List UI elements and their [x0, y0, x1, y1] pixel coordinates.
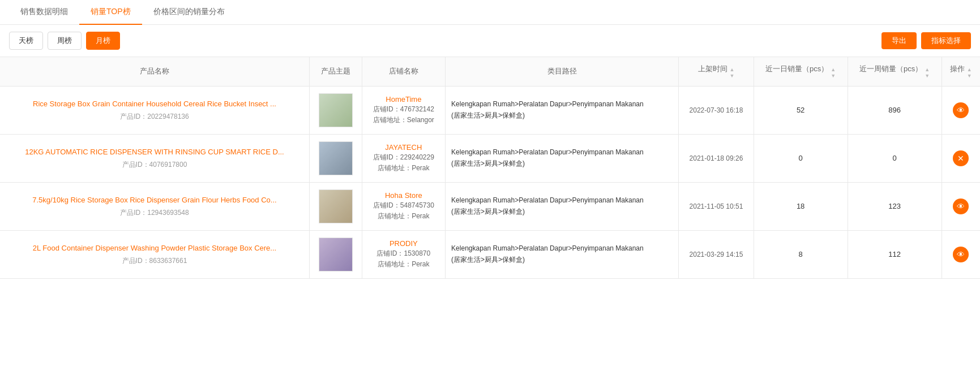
action-cell-3: 👁 [942, 230, 980, 278]
store-addr-3: 店铺地址：Perak [368, 260, 440, 269]
daily-sales-cell-0: 52 [754, 86, 848, 134]
store-cell-0: HomeTime店铺ID：476732142店铺地址：Selangor [362, 86, 446, 134]
category-cell-0: Kelengkapan Rumah>Peralatan Dapur>Penyim… [446, 86, 679, 134]
weekly-sales-cell-3: 112 [848, 230, 942, 278]
th-shelf-time[interactable]: 上架时间▲▼ [679, 57, 754, 87]
store-cell-3: PRODIY店铺ID：1530870店铺地址：Perak [362, 230, 446, 278]
product-image-2 [319, 189, 353, 223]
weekly-sales-cell-1: 0 [848, 134, 942, 182]
header-row: 产品名称产品主题店铺名称类目路径上架时间▲▼近一日销量（pcs）▲▼近一周销量（… [0, 57, 980, 87]
product-image-cell-0 [309, 86, 362, 134]
daily-sales-cell-2: 18 [754, 182, 848, 230]
daily-sales-cell-1: 0 [754, 134, 848, 182]
toolbar: 天榜周榜月榜导出指标选择 [0, 25, 980, 57]
shelf-time-cell-2: 2021-11-05 10:51 [679, 182, 754, 230]
th-store-name: 店铺名称 [362, 57, 446, 87]
store-name-1[interactable]: JAYATECH [368, 143, 440, 152]
period-btn-daily[interactable]: 天榜 [9, 32, 43, 50]
product-name-2[interactable]: 7.5kg/10kg Rice Storage Box Rice Dispens… [6, 195, 303, 206]
store-name-3[interactable]: PRODIY [368, 239, 440, 248]
product-name-0[interactable]: Rice Storage Box Grain Container Househo… [6, 98, 303, 110]
data-table: 产品名称产品主题店铺名称类目路径上架时间▲▼近一日销量（pcs）▲▼近一周销量（… [0, 57, 980, 279]
table-row: Rice Storage Box Grain Container Househo… [0, 86, 980, 134]
product-id-1: 产品ID：4076917800 [6, 160, 303, 170]
store-id-1: 店铺ID：229240229 [368, 153, 440, 162]
product-name-1[interactable]: 12KG AUTOMATIC RICE DISPENSER WITH RINSI… [6, 146, 303, 158]
store-name-0[interactable]: HomeTime [368, 95, 440, 103]
store-cell-1: JAYATECH店铺ID：229240229店铺地址：Perak [362, 134, 446, 182]
table-row: 7.5kg/10kg Rice Storage Box Rice Dispens… [0, 182, 980, 230]
sort-icon-daily-sales[interactable]: ▲▼ [831, 67, 836, 79]
action-cell-0: 👁 [942, 86, 980, 134]
shelf-time-cell-0: 2022-07-30 16:18 [679, 86, 754, 134]
tab-sales-top[interactable]: 销量TOP榜 [79, 0, 142, 25]
export-button[interactable]: 导出 [881, 32, 917, 49]
view-button-3[interactable]: 👁 [953, 247, 969, 262]
product-cell-2: 7.5kg/10kg Rice Storage Box Rice Dispens… [0, 182, 309, 230]
period-btn-weekly[interactable]: 周榜 [48, 32, 82, 50]
store-addr-2: 店铺地址：Perak [368, 212, 440, 221]
view-button-2[interactable]: 👁 [953, 199, 969, 214]
category-text-3: Kelengkapan Rumah>Peralatan Dapur>Penyim… [451, 243, 673, 265]
view-button-0[interactable]: 👁 [953, 102, 969, 118]
th-category-path: 类目路径 [446, 57, 679, 87]
action-cell-1: ✕ [942, 134, 980, 182]
weekly-sales-cell-0: 896 [848, 86, 942, 134]
th-product-theme: 产品主题 [309, 57, 362, 87]
tab-price-distribution[interactable]: 价格区间的销量分布 [142, 0, 236, 25]
action-cell-2: 👁 [942, 182, 980, 230]
category-text-1: Kelengkapan Rumah>Peralatan Dapur>Penyim… [451, 147, 673, 169]
table-header: 产品名称产品主题店铺名称类目路径上架时间▲▼近一日销量（pcs）▲▼近一周销量（… [0, 57, 980, 87]
product-image-1 [319, 141, 353, 175]
product-id-2: 产品ID：12943693548 [6, 208, 303, 218]
tabs-bar: 销售数据明细销量TOP榜价格区间的销量分布 [0, 0, 980, 25]
product-image-cell-1 [309, 134, 362, 182]
weekly-sales-cell-2: 123 [848, 182, 942, 230]
product-id-3: 产品ID：8633637661 [6, 256, 303, 266]
store-id-2: 店铺ID：548745730 [368, 201, 440, 210]
store-addr-1: 店铺地址：Perak [368, 163, 440, 173]
th-daily-sales[interactable]: 近一日销量（pcs）▲▼ [754, 57, 848, 87]
product-image-3 [319, 238, 353, 271]
store-id-3: 店铺ID：1530870 [368, 249, 440, 258]
store-id-0: 店铺ID：476732142 [368, 105, 440, 114]
th-product-name: 产品名称 [0, 57, 309, 87]
product-cell-1: 12KG AUTOMATIC RICE DISPENSER WITH RINSI… [0, 134, 309, 182]
period-btn-monthly[interactable]: 月榜 [86, 32, 120, 50]
table-row: 12KG AUTOMATIC RICE DISPENSER WITH RINSI… [0, 134, 980, 182]
sort-icon-shelf-time[interactable]: ▲▼ [730, 67, 735, 79]
category-cell-1: Kelengkapan Rumah>Peralatan Dapur>Penyim… [446, 134, 679, 182]
category-cell-3: Kelengkapan Rumah>Peralatan Dapur>Penyim… [446, 230, 679, 278]
th-action[interactable]: 操作▲▼ [942, 57, 980, 87]
store-cell-2: Hoha Store店铺ID：548745730店铺地址：Perak [362, 182, 446, 230]
category-cell-2: Kelengkapan Rumah>Peralatan Dapur>Penyim… [446, 182, 679, 230]
th-weekly-sales[interactable]: 近一周销量（pcs）▲▼ [848, 57, 942, 87]
product-image-cell-2 [309, 182, 362, 230]
category-text-0: Kelengkapan Rumah>Peralatan Dapur>Penyim… [451, 99, 673, 120]
shelf-time-cell-3: 2021-03-29 14:15 [679, 230, 754, 278]
tab-sales-detail[interactable]: 销售数据明细 [9, 0, 79, 25]
product-image-0 [319, 93, 353, 127]
product-cell-0: Rice Storage Box Grain Container Househo… [0, 86, 309, 134]
store-addr-0: 店铺地址：Selangor [368, 115, 440, 125]
sort-icon-action[interactable]: ▲▼ [967, 67, 972, 79]
shelf-time-cell-1: 2021-01-18 09:26 [679, 134, 754, 182]
product-name-3[interactable]: 2L Food Container Dispenser Washing Powd… [6, 243, 303, 254]
toolbar-right: 导出指标选择 [881, 32, 971, 49]
product-cell-3: 2L Food Container Dispenser Washing Powd… [0, 230, 309, 278]
category-text-2: Kelengkapan Rumah>Peralatan Dapur>Penyim… [451, 195, 673, 217]
index-select-button[interactable]: 指标选择 [921, 32, 971, 49]
table-row: 2L Food Container Dispenser Washing Powd… [0, 230, 980, 278]
sort-icon-weekly-sales[interactable]: ▲▼ [925, 67, 930, 79]
store-name-2[interactable]: Hoha Store [368, 191, 440, 200]
delete-button-1[interactable]: ✕ [953, 150, 969, 166]
product-image-cell-3 [309, 230, 362, 278]
daily-sales-cell-3: 8 [754, 230, 848, 278]
table-body: Rice Storage Box Grain Container Househo… [0, 86, 980, 278]
product-id-0: 产品ID：20229478136 [6, 112, 303, 122]
